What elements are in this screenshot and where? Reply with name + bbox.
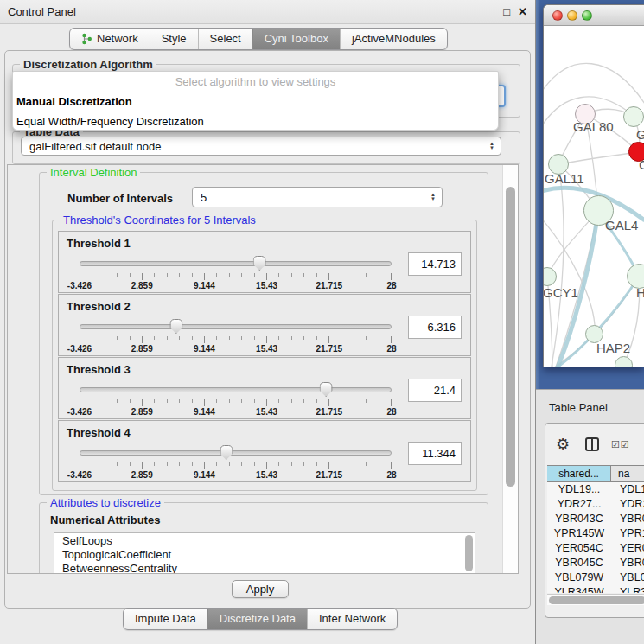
- table-row[interactable]: YBR045C YBR0: [547, 556, 644, 571]
- list-scrollbar-thumb[interactable]: [465, 535, 473, 571]
- attribute-list-item[interactable]: BetweennessCentrality: [54, 561, 475, 574]
- tab-jactivemnodules[interactable]: jActiveMNodules: [340, 29, 447, 49]
- tab-network[interactable]: Network: [70, 29, 150, 49]
- tick-label: -3.426: [67, 407, 92, 417]
- settings-scrollbar[interactable]: [502, 165, 518, 573]
- column-header-shared-name[interactable]: shared...: [547, 466, 611, 481]
- slider-thumb[interactable]: [169, 319, 182, 334]
- network-node[interactable]: [623, 106, 644, 127]
- popup-option-equal-width[interactable]: Equal Width/Frequency Discretization: [13, 112, 498, 131]
- tick-label: 9.144: [194, 407, 215, 417]
- close-traffic-light-icon[interactable]: [552, 10, 563, 21]
- number-of-intervals-combo[interactable]: 5 ▲▼: [192, 187, 443, 207]
- threshold-slider[interactable]: -3.426 2.859 9.144 15.43 21.715 28: [80, 256, 392, 290]
- slider-thumb[interactable]: [320, 382, 333, 397]
- attribute-list-item[interactable]: TopologicalCoefficient: [54, 547, 475, 561]
- threshold-value-field[interactable]: 21.4: [408, 379, 462, 402]
- threshold-label: Threshold 4: [67, 426, 131, 439]
- node-table: shared... na YDL19... YDL1 YDR27... YDR2: [547, 465, 644, 593]
- panel-title: Control Panel: [8, 5, 76, 18]
- top-tab-bar: Network Style Select Cyni Toolbox jActiv…: [69, 28, 448, 50]
- threshold-slider[interactable]: -3.426 2.859 9.144 15.43 21.715 28: [80, 445, 392, 480]
- settings-scroll-panel: Interval Definition Number of Intervals …: [7, 164, 519, 574]
- network-canvas[interactable]: GAL80 GA C GAL11 GAL4 GCY1 H HAP2: [544, 26, 644, 367]
- thresholds-group-title: Threshold's Coordinates for 5 Intervals: [60, 214, 259, 226]
- table-row[interactable]: YDR27... YDR2: [547, 497, 644, 512]
- network-node-label: GAL4: [605, 218, 638, 233]
- table-row[interactable]: YBR043C YBR0: [547, 512, 644, 526]
- table-scrollbar-thumb[interactable]: [549, 596, 644, 604]
- threshold-value-field[interactable]: 14.713: [408, 252, 462, 276]
- table-row[interactable]: YER054C YER0: [547, 541, 644, 556]
- tick-label: 9.144: [194, 281, 215, 290]
- slider-scale: -3.426 2.859 9.144 15.43 21.715 28: [80, 344, 392, 354]
- popup-hint: Select algorithm to view settings: [13, 72, 498, 92]
- control-panel-window: Control Panel □ ✕ Network Style Select C…: [0, 0, 536, 644]
- tick-label: 21.715: [316, 470, 343, 480]
- attributes-list[interactable]: SelfLoops TopologicalCoefficient Between…: [54, 532, 475, 574]
- apply-button[interactable]: Apply: [232, 580, 289, 598]
- algorithm-dropdown-popup: Select algorithm to view settings Manual…: [12, 71, 499, 131]
- table-row[interactable]: YDL19... YDL1: [547, 482, 644, 497]
- zoom-traffic-light-icon[interactable]: [582, 10, 592, 21]
- table-header-row: shared... na: [547, 465, 644, 482]
- slider-track[interactable]: [80, 450, 392, 456]
- slider-track[interactable]: [80, 261, 392, 266]
- tab-impute-data[interactable]: Impute Data: [124, 609, 207, 629]
- network-view-window: GAL80 GA C GAL11 GAL4 GCY1 H HAP2: [543, 4, 644, 367]
- float-icon[interactable]: □: [503, 5, 510, 18]
- slider-track[interactable]: [80, 324, 392, 329]
- table-row[interactable]: YPR145W YPR1: [547, 526, 644, 541]
- tick-label: 21.715: [316, 407, 343, 417]
- slider-thumb[interactable]: [253, 256, 266, 271]
- tick-label: 15.43: [256, 281, 277, 290]
- algorithm-group-title: Discretization Algorithm: [20, 58, 156, 71]
- slider-scale: -3.426 2.859 9.144 15.43 21.715 28: [80, 407, 392, 418]
- table-row[interactable]: YLR345W YLR3: [547, 585, 644, 593]
- tick-label: 2.859: [131, 470, 153, 480]
- table-horizontal-scrollbar[interactable]: [547, 594, 644, 605]
- network-node-label: GA: [636, 127, 644, 142]
- tick-label: 21.715: [316, 344, 343, 354]
- numerical-attributes-label: Numerical Attributes: [50, 513, 160, 526]
- table-data-combo[interactable]: galFiltered.sif default node ▲▼: [21, 137, 501, 156]
- tab-style[interactable]: Style: [150, 29, 198, 49]
- close-icon[interactable]: ✕: [518, 5, 527, 18]
- slider-track[interactable]: [80, 387, 392, 392]
- popup-option-manual[interactable]: Manual Discretization: [13, 92, 498, 112]
- combo-arrows-icon: ▲▼: [430, 193, 436, 201]
- tick-label: 28: [386, 281, 396, 290]
- tab-infer-network[interactable]: Infer Network: [307, 609, 397, 629]
- threshold-slider[interactable]: -3.426 2.859 9.144 15.43 21.715 28: [80, 382, 392, 417]
- tab-discretize-data[interactable]: Discretize Data: [207, 609, 307, 629]
- number-of-intervals-value: 5: [201, 191, 207, 204]
- attribute-list-item[interactable]: SelfLoops: [54, 533, 475, 547]
- threshold-label: Threshold 2: [67, 300, 131, 313]
- tick-label: -3.426: [67, 281, 92, 290]
- slider-major-ticks: [80, 336, 392, 343]
- threshold-panel: Threshold 3 -3.426 2.859 9.144: [58, 357, 471, 419]
- threshold-slider[interactable]: -3.426 2.859 9.144 15.43 21.715 28: [80, 319, 392, 354]
- gear-icon[interactable]: ⚙: [556, 435, 570, 454]
- column-layout-icon[interactable]: [585, 437, 599, 451]
- column-header-name[interactable]: na: [611, 466, 644, 481]
- tick-label: 28: [386, 344, 396, 354]
- table-row[interactable]: YBL079W YBL0: [547, 571, 644, 585]
- threshold-value-field[interactable]: 11.344: [408, 442, 462, 465]
- tab-select[interactable]: Select: [198, 29, 252, 49]
- combo-arrows-icon: ▲▼: [489, 142, 494, 150]
- network-node-label: GAL11: [545, 171, 584, 186]
- settings-scrollbar-thumb[interactable]: [506, 187, 515, 487]
- tick-label: -3.426: [67, 344, 92, 354]
- minimize-traffic-light-icon[interactable]: [567, 10, 577, 21]
- threshold-panel: Threshold 2 -3.426 2.859 9.144: [58, 294, 471, 356]
- checkboxes-icon[interactable]: ☑☑: [611, 439, 630, 450]
- slider-thumb[interactable]: [220, 445, 233, 460]
- table-data-combo-value: galFiltered.sif default node: [29, 140, 161, 153]
- network-window-titlebar[interactable]: [544, 5, 644, 26]
- threshold-value-field[interactable]: 6.316: [408, 316, 462, 339]
- tab-cyni-toolbox[interactable]: Cyni Toolbox: [252, 29, 340, 49]
- interval-definition-group: Interval Definition Number of Intervals …: [39, 172, 488, 495]
- table-panel: Table Panel ⚙ ☑☑ shared... na YDL19... Y…: [536, 389, 644, 644]
- tick-label: 2.859: [131, 407, 153, 417]
